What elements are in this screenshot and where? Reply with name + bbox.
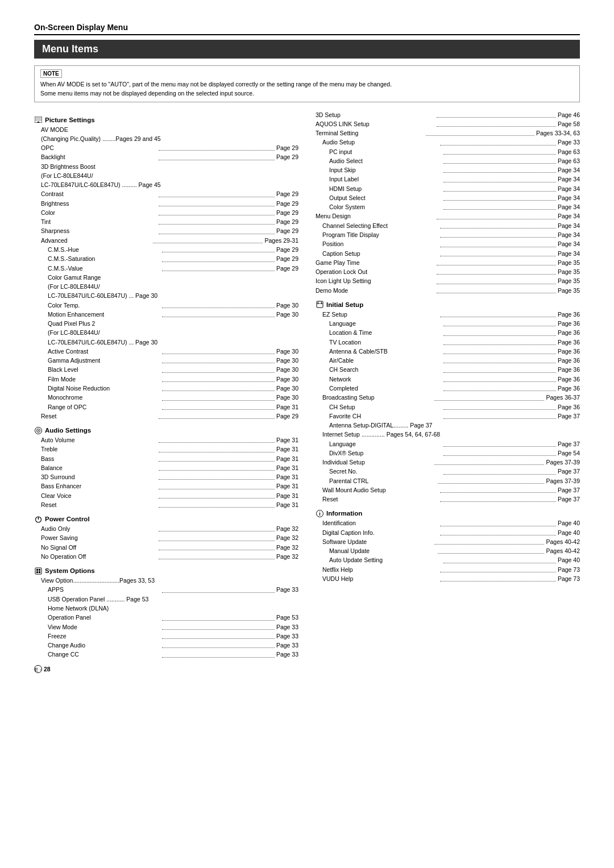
- info-identification: IdentificationPage 40: [316, 518, 580, 528]
- right-output-select: Output SelectPage 34: [316, 193, 580, 202]
- picture-range-opc: Range of OPCPage 31: [34, 402, 298, 412]
- picture-3d-brightness: 3D Brightness Boost: [34, 162, 298, 171]
- system-home-network: Home Network (DLNA): [34, 604, 298, 613]
- info-manual-update: Manual UpdatePages 40-42: [316, 546, 580, 555]
- initial-air-cable: Air/CablePage 36: [316, 356, 580, 365]
- right-hdmi-setup: HDMI SetupPage 34: [316, 184, 580, 193]
- picture-tint: TintPage 29: [34, 217, 298, 226]
- picture-sharpness: SharpnessPage 29: [34, 226, 298, 235]
- initial-reset: ResetPage 37: [316, 495, 580, 504]
- audio-clear-voice: Clear VoicePage 31: [34, 491, 298, 500]
- system-usb: USB Operation Panel ........... Page 53: [34, 595, 298, 604]
- audio-bass-enhancer: Bass EnhancerPage 31: [34, 481, 298, 491]
- on-screen-display-title: On-Screen Display Menu: [34, 23, 580, 35]
- information-icon: i: [316, 509, 323, 517]
- power-audio-only: Audio OnlyPage 32: [34, 524, 298, 533]
- picture-color: ColorPage 29: [34, 208, 298, 217]
- audio-settings-label: Audio Settings: [45, 427, 91, 434]
- svg-rect-12: [36, 571, 38, 573]
- right-input-skip: Input SkipPage 34: [316, 165, 580, 175]
- picture-brightness: BrightnessPage 29: [34, 199, 298, 208]
- note-line-1: When AV MODE is set to "AUTO", part of t…: [40, 80, 574, 89]
- power-icon: [34, 515, 42, 523]
- audio-balance: BalancePage 31: [34, 463, 298, 472]
- picture-opc: OPCPage 29: [34, 143, 298, 152]
- info-vudu: VUDU HelpPage 73: [316, 574, 580, 583]
- left-column: Picture Settings AV MODE (Changing Pic.Q…: [34, 110, 298, 673]
- audio-3d-surround: 3D SurroundPage 31: [34, 472, 298, 481]
- picture-film-mode: Film ModePage 30: [34, 375, 298, 384]
- information-header: i Information: [316, 509, 580, 517]
- initial-setup-header: Initial Setup: [316, 301, 580, 309]
- right-caption-setup: Caption SetupPage 34: [316, 249, 580, 258]
- picture-changing-quality: (Changing Pic.Quality) ........Pages 29 …: [34, 134, 298, 143]
- initial-tv-location: TV LocationPage 36: [316, 338, 580, 347]
- svg-rect-13: [39, 571, 40, 573]
- power-no-signal: No Signal OffPage 32: [34, 543, 298, 552]
- initial-fav-ch: Favorite CHPage 37: [316, 412, 580, 421]
- right-audio-select: Audio SelectPage 63: [316, 156, 580, 165]
- initial-completed: CompletedPage 36: [316, 384, 580, 393]
- audio-bass: BassPage 31: [34, 454, 298, 463]
- picture-for-lc80-2: (For LC-80LE844U/: [34, 282, 298, 291]
- power-control-label: Power Control: [45, 516, 90, 522]
- system-freeze: FreezePage 33: [34, 632, 298, 641]
- right-channel-effect: Channel Selecting EffectPage 34: [316, 221, 580, 230]
- picture-cms-val: C.M.S.-ValuePage 29: [34, 264, 298, 273]
- power-no-operation: No Operation OffPage 32: [34, 552, 298, 561]
- svg-rect-9: [35, 568, 42, 574]
- system-options-label: System Options: [45, 567, 95, 574]
- note-label: NOTE: [40, 69, 62, 78]
- right-game-play: Game Play TimePage 35: [316, 258, 580, 267]
- svg-text:i: i: [319, 511, 321, 517]
- audio-treble: TreblePage 31: [34, 445, 298, 454]
- information-label: Information: [326, 510, 362, 517]
- right-program-title: Program Title DisplayPage 34: [316, 230, 580, 239]
- system-change-audio: Change AudioPage 33: [34, 641, 298, 650]
- picture-for-lc80-3: (For LC-80LE844U/: [34, 328, 298, 337]
- svg-rect-3: [36, 123, 40, 123]
- svg-rect-11: [39, 569, 40, 571]
- audio-icon: [34, 426, 42, 434]
- svg-point-6: [38, 430, 39, 431]
- picture-av-mode: AV MODE: [34, 125, 298, 134]
- svg-rect-16: [318, 302, 318, 304]
- svg-rect-14: [317, 301, 323, 308]
- svg-rect-17: [321, 302, 322, 304]
- picture-backlight: BacklightPage 29: [34, 152, 298, 161]
- picture-lc70-3: LC-70LE847U/LC-60LE847U) ... Page 30: [34, 338, 298, 347]
- circle-e-icon: E -: [34, 665, 42, 673]
- picture-quad-pixel: Quad Pixel Plus 2: [34, 319, 298, 328]
- initial-ez-setup: EZ SetupPage 36: [316, 310, 580, 319]
- picture-lc70: LC-70LE847U/LC-60LE847U) ......... Page …: [34, 180, 298, 189]
- initial-language: LanguagePage 36: [316, 319, 580, 328]
- info-auto-update: Auto Update SettingPage 40: [316, 555, 580, 564]
- picture-color-temp: Color Temp.Page 30: [34, 301, 298, 310]
- initial-setup-label: Initial Setup: [326, 301, 363, 308]
- right-input-label: Input LabelPage 34: [316, 175, 580, 184]
- initial-individual: Individual SetupPages 37-39: [316, 458, 580, 467]
- picture-cms-sat: C.M.S.-SaturationPage 29: [34, 254, 298, 263]
- right-position: PositionPage 34: [316, 239, 580, 248]
- svg-rect-1: [35, 117, 42, 121]
- info-digital-caption: Digital Caption Info.Page 40: [316, 528, 580, 537]
- picture-advanced: AdvancedPages 29-31: [34, 236, 298, 245]
- info-software-update: Software UpdatePages 40-42: [316, 537, 580, 546]
- initial-location-time: Location & TimePage 36: [316, 328, 580, 337]
- note-line-2: Some menu items may not be displayed dep…: [40, 89, 574, 98]
- right-op-lock-out: Operation Lock OutPage 35: [316, 267, 580, 276]
- right-column: 3D SetupPage 46 AQUOS LINK SetupPage 58 …: [316, 110, 580, 673]
- picture-color-gamut: Color Gamut Range: [34, 273, 298, 282]
- picture-monochrome: MonochromePage 30: [34, 393, 298, 402]
- right-terminal: Terminal SettingPages 33-34, 63: [316, 128, 580, 138]
- picture-motion-enhance: Motion EnhancementPage 30: [34, 310, 298, 319]
- audio-auto-volume: Auto VolumePage 31: [34, 435, 298, 445]
- right-aquos-link: AQUOS LINK SetupPage 58: [316, 119, 580, 128]
- initial-network: NetworkPage 36: [316, 375, 580, 384]
- picture-black-level: Black LevelPage 30: [34, 365, 298, 374]
- initial-wall-mount: Wall Mount Audio SetupPage 37: [316, 485, 580, 495]
- initial-parental: Parental CTRLPages 37-39: [316, 476, 580, 485]
- system-apps: APPSPage 33: [34, 585, 298, 594]
- initial-icon: [316, 301, 323, 309]
- note-box: NOTE When AV MODE is set to "AUTO", part…: [34, 65, 580, 102]
